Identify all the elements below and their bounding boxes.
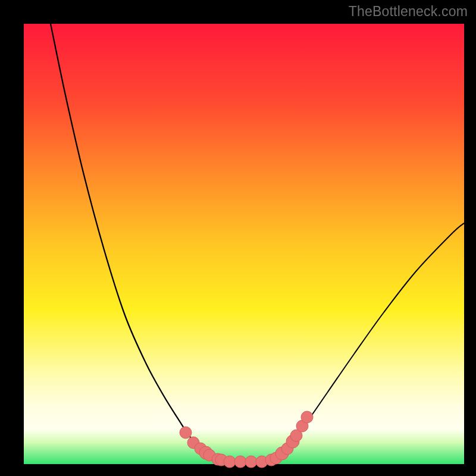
curve-svg <box>24 24 464 464</box>
marker-point <box>245 456 257 468</box>
plot-area <box>24 24 464 464</box>
marker-point <box>234 456 246 468</box>
watermark-text: TheBottleneck.com <box>349 4 468 20</box>
curve-right <box>262 223 464 461</box>
chart-frame: TheBottleneck.com <box>0 0 476 476</box>
curve-left <box>51 24 226 461</box>
marker-point <box>180 427 192 439</box>
marker-point <box>301 411 313 423</box>
scatter-markers <box>180 411 313 468</box>
marker-point <box>224 456 236 468</box>
